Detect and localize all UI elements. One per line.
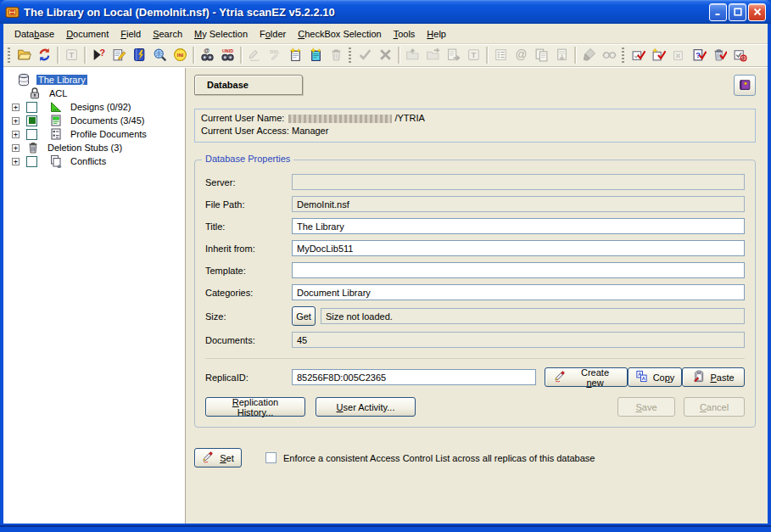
expand-conflicts[interactable]: + — [12, 158, 20, 165]
toolbar-grip[interactable] — [349, 48, 351, 64]
toolbar-text-values-button: T — [463, 46, 483, 65]
current-user-box: Current User Name:/YTRIA Current User Ac… — [194, 109, 756, 143]
toolbar: T?INI@UNIDDXLT@? — [3, 44, 768, 67]
expand-deletion-stubs[interactable]: + — [12, 144, 20, 152]
replication-history-button[interactable]: Replication History... — [205, 397, 305, 417]
toolbar-create-response-document-button[interactable] — [305, 46, 326, 65]
svg-text:?: ? — [99, 48, 104, 58]
copy-replica-button[interactable]: AA Copy — [628, 367, 682, 387]
titlebar[interactable]: The Library on Local (DemoInit.nsf) - Yt… — [0, 0, 771, 24]
save-button: Save — [617, 397, 675, 417]
menu-field[interactable]: Field — [115, 26, 147, 42]
documents-label: Documents: — [205, 335, 292, 345]
minimize-button[interactable] — [709, 3, 727, 21]
database-panel: Database Current User Name:/YTRIA Curren… — [186, 68, 768, 524]
tree-profile-icon — [49, 127, 63, 141]
toolbar-ini-settings-button[interactable]: INI — [170, 46, 190, 65]
menu-folder[interactable]: Folder — [254, 26, 292, 42]
toolbar-separator — [398, 47, 399, 64]
categories-input[interactable] — [292, 284, 745, 300]
maximize-button[interactable] — [729, 3, 746, 21]
menu-document[interactable]: Document — [60, 26, 115, 42]
set-acl-button[interactable]: Set — [194, 448, 242, 468]
help-button[interactable] — [734, 75, 756, 96]
tree-item-deletion-stubs[interactable]: +Deletion Stubs (3) — [5, 141, 183, 154]
toolbar-design-explorer-button[interactable] — [129, 46, 149, 65]
at-icon: @ — [514, 48, 528, 64]
tab-database-label: Database — [207, 80, 249, 90]
menu-search[interactable]: Search — [147, 26, 188, 42]
copy-icon: AA — [635, 370, 648, 384]
toolbar-check-unknown-documents-button[interactable]: ? — [689, 46, 709, 65]
run-question-icon: ? — [92, 48, 106, 64]
toolbar-refresh-button[interactable] — [34, 46, 54, 65]
database-properties-group: Database Properties Server: File Path: T… — [194, 160, 756, 428]
toolbar-preview-tool-button — [599, 46, 619, 65]
template-input[interactable] — [292, 262, 745, 278]
toolbar-edit-document-button[interactable] — [109, 46, 129, 65]
svg-text:?: ? — [696, 50, 701, 59]
inherit-from-label: Inherit from: — [205, 244, 292, 254]
expand-documents[interactable]: + — [12, 117, 20, 125]
tree-item-documents[interactable]: +Documents (3/45) — [5, 114, 183, 127]
tab-database[interactable]: Database — [194, 75, 303, 95]
menu-database[interactable]: Database — [8, 26, 60, 42]
ini-icon: INI — [173, 48, 187, 64]
tree-label-documents: Documents (3/45) — [69, 115, 146, 126]
toolbar-find-by-noteid-button[interactable]: @ — [197, 46, 217, 65]
edit-note-icon — [112, 48, 126, 64]
toolbar-check-new-documents-button[interactable] — [648, 46, 668, 65]
menu-checkbox-selection[interactable]: CheckBox Selection — [292, 26, 387, 42]
pen-icon — [554, 370, 567, 384]
folder-up-icon — [405, 48, 420, 64]
toolbar-open-database-button[interactable] — [14, 46, 34, 65]
menu-tools[interactable]: Tools — [388, 26, 422, 42]
notebook-icon — [132, 48, 147, 64]
documents-input — [292, 332, 745, 348]
replica-id-input[interactable] — [292, 369, 536, 385]
tree-item-library[interactable]: The Library — [5, 73, 183, 87]
user-activity-button[interactable]: User Activity... — [316, 397, 416, 417]
toolbar-grip[interactable] — [8, 48, 10, 64]
tree-item-acl[interactable]: ACL — [5, 87, 183, 100]
copy-doc-icon — [534, 48, 549, 64]
enforce-acl-label: Enforce a consistent Access Control List… — [283, 453, 595, 463]
toolbar-find-by-unid-button[interactable]: UNID — [217, 46, 237, 65]
expand-profile-documents[interactable]: + — [12, 131, 20, 138]
brush-icon — [582, 48, 596, 64]
inherit-from-input[interactable] — [292, 240, 745, 256]
expand-designs[interactable]: + — [12, 104, 20, 111]
checkbox-designs[interactable] — [26, 102, 37, 113]
checkbox-conflicts[interactable] — [26, 156, 37, 167]
toolbar-search-database-button[interactable] — [149, 46, 170, 65]
toolbar-check-selected-button[interactable] — [628, 46, 648, 65]
close-button[interactable] — [748, 3, 766, 21]
toolbar-create-document-button[interactable] — [285, 46, 305, 65]
menu-help[interactable]: Help — [421, 26, 452, 42]
svg-text:DXL: DXL — [270, 49, 280, 54]
toolbar-check-deletion-stubs-button[interactable] — [709, 46, 729, 65]
note-new-icon — [288, 48, 303, 64]
menu-my-selection[interactable]: My Selection — [188, 26, 254, 42]
get-size-button[interactable]: Get — [292, 306, 316, 326]
cb-x-icon — [672, 48, 686, 64]
cb-check-icon — [631, 48, 645, 64]
cross-icon — [378, 48, 393, 64]
enforce-acl-checkbox[interactable] — [265, 452, 277, 463]
checkbox-documents[interactable] — [26, 115, 37, 126]
search-globe-icon — [153, 48, 167, 64]
toolbar-grip[interactable] — [622, 48, 624, 64]
svg-text:@: @ — [204, 48, 210, 53]
toolbar-run-analysis-button[interactable]: ? — [88, 46, 109, 65]
tree-item-conflicts[interactable]: +Conflicts — [5, 154, 183, 168]
toolbar-title-field-button: T — [61, 46, 81, 65]
title-input[interactable] — [292, 218, 745, 234]
paste-replica-button[interactable]: Paste — [682, 367, 745, 387]
toolbar-checkbox-target-button[interactable] — [729, 46, 750, 65]
toolbar-separator — [57, 47, 59, 64]
checkbox-profile-documents[interactable] — [26, 129, 37, 140]
tree-label-conflicts: Conflicts — [69, 156, 108, 166]
tree-item-designs[interactable]: +Designs (0/92) — [5, 100, 183, 114]
tree-item-profile-documents[interactable]: +Profile Documents — [5, 127, 183, 141]
create-new-replica-button[interactable]: Create new — [545, 367, 628, 387]
